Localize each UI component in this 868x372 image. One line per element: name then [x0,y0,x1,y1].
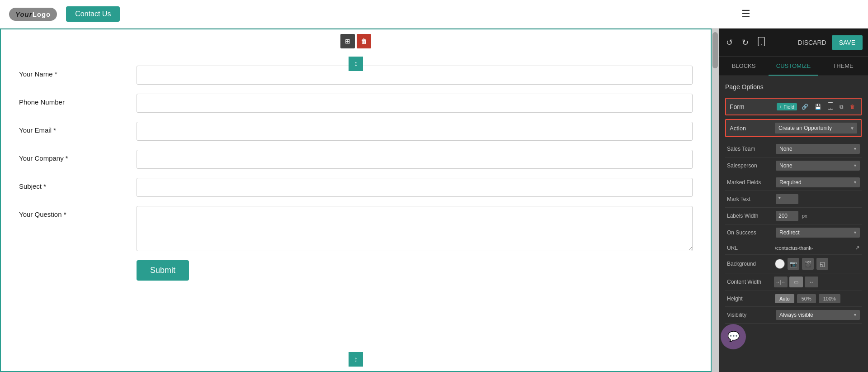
visibility-select-wrapper: Always visible Hidden Logged In [776,310,860,320]
field-input-subject[interactable] [137,178,693,197]
salesperson-select[interactable]: None [776,161,860,171]
add-field-button[interactable]: + Field [777,103,797,110]
save-button[interactable]: SAVE [832,35,863,50]
url-external-link-icon[interactable]: ↗ [855,244,860,251]
mark-text-label: Mark Text [727,196,772,202]
resize-handle-top[interactable]: ↕ [349,57,363,71]
form-copy-button[interactable]: ⧉ [838,103,845,111]
contact-button[interactable]: Contact Us [66,6,120,22]
mark-text-row: Mark Text [725,191,862,208]
redo-button[interactable]: ↻ [740,36,750,49]
tab-theme[interactable]: THEME [818,57,868,76]
mobile-preview-button[interactable] [756,35,767,50]
on-success-select[interactable]: Redirect Nothing Show Message [776,228,860,238]
labels-width-unit: px [802,213,807,219]
submit-button[interactable]: Submit [137,260,189,281]
field-input-email[interactable] [137,122,693,141]
height-row: Height Auto 50% 100% [725,291,862,307]
form-box-label: Form [730,103,774,110]
panel-top-bar: ↺ ↻ DISCARD SAVE [719,29,868,57]
logo-bold: Logo [33,10,51,18]
sales-team-label: Sales Team [727,146,772,152]
content-width-expand-btn[interactable]: →|← [774,277,788,287]
labels-width-row: Labels Width px [725,208,862,224]
background-color-picker[interactable] [775,259,785,269]
form-mobile-icon [828,102,833,110]
svg-point-1 [761,44,762,45]
form-area: ⊞ 🗑 ↕ Your Name * Phone Number Your Emai… [0,29,712,372]
form-row: Your Question * [19,206,693,251]
svg-point-3 [830,108,831,109]
form-mobile-button[interactable] [826,101,835,112]
tab-customize[interactable]: CUSTOMIZE [769,57,818,76]
form-row: Your Email * [19,122,693,141]
content-width-compress-btn[interactable]: ↔ [805,277,818,287]
on-success-select-wrapper: Redirect Nothing Show Message [776,228,860,238]
action-select-wrapper: Create an Opportunity Send an Email Noth… [775,123,857,134]
logo-text: Your [15,10,33,18]
visibility-select[interactable]: Always visible Hidden Logged In [776,310,860,320]
field-input-name[interactable] [137,66,693,85]
sales-team-select-wrapper: None [776,144,860,154]
delete-block-btn[interactable]: 🗑 [357,34,371,48]
field-label-subject: Subject * [19,178,137,190]
background-video-btn[interactable]: 🎬 [802,258,814,270]
salesperson-row: Salesperson None [725,157,862,174]
logo-area: YourLogo [9,8,57,21]
sales-team-row: Sales Team None [725,141,862,157]
tab-blocks[interactable]: BLOCKS [719,57,769,76]
marked-fields-select[interactable]: Required Optional [776,177,860,187]
background-shape-btn[interactable]: ◱ [816,258,828,270]
url-label: URL [727,245,772,251]
field-textarea-question[interactable] [137,206,693,251]
top-nav: YourLogo Contact Us ☰ [0,0,868,29]
block-toolbar: ⊞ 🗑 [340,34,371,48]
form-save-button[interactable]: 💾 [813,103,823,111]
page-options-title: Page Options [725,81,862,93]
url-row: URL /contactus-thank- ↗ [725,241,862,255]
hamburger-icon[interactable]: ☰ [741,8,750,20]
height-auto-btn[interactable]: Auto [775,294,794,303]
content-width-label: Content Width [727,279,772,285]
right-panel: ↺ ↻ DISCARD SAVE BLOCKS CUSTOMIZE THEME … [719,29,868,372]
resize-handle-bottom[interactable]: ↕ [349,352,363,367]
undo-button[interactable]: ↺ [724,36,735,49]
field-input-company[interactable] [137,150,693,169]
content-width-row: Content Width →|← ▭ ↔ [725,273,862,291]
salesperson-label: Salesperson [727,162,772,169]
on-success-row: On Success Redirect Nothing Show Message [725,224,862,241]
form-row: Your Company * [19,150,693,169]
labels-width-input[interactable] [776,211,798,221]
field-input-phone[interactable] [137,94,693,113]
form-box: Form + Field 🔗 💾 ⧉ 🗑 [725,98,862,115]
action-select[interactable]: Create an Opportunity Send an Email Noth… [775,123,857,134]
form-link-button[interactable]: 🔗 [800,103,810,111]
height-100-btn[interactable]: 100% [819,294,840,303]
scrollbar-thumb[interactable] [712,32,718,68]
scrollbar [712,29,719,372]
height-label: Height [727,296,772,302]
background-photo-btn[interactable]: 📷 [788,258,799,270]
discard-button[interactable]: DISCARD [798,39,826,46]
submit-row: Submit [19,260,693,281]
grid-icon-btn[interactable]: ⊞ [340,34,355,48]
logo: YourLogo [9,8,57,21]
form-row: Phone Number [19,94,693,113]
form-row: Subject * [19,178,693,197]
background-row: Background 📷 🎬 ◱ [725,255,862,273]
action-label: Action [730,125,775,132]
marked-fields-label: Marked Fields [727,179,772,186]
mark-text-input[interactable] [776,194,798,204]
field-label-name: Your Name * [19,66,137,78]
marked-fields-select-wrapper: Required Optional [776,177,860,187]
form-delete-button[interactable]: 🗑 [848,103,857,111]
action-row: Action Create an Opportunity Send an Ema… [726,120,861,136]
field-label-email: Your Email * [19,122,137,134]
content-width-box-btn[interactable]: ▭ [789,277,803,287]
panel-tabs: BLOCKS CUSTOMIZE THEME [719,57,868,76]
sales-team-select[interactable]: None [776,144,860,154]
action-box: Action Create an Opportunity Send an Ema… [725,119,862,137]
marked-fields-row: Marked Fields Required Optional [725,174,862,191]
height-50-btn[interactable]: 50% [797,294,816,303]
form-box-header: Form + Field 🔗 💾 ⧉ 🗑 [726,99,861,114]
